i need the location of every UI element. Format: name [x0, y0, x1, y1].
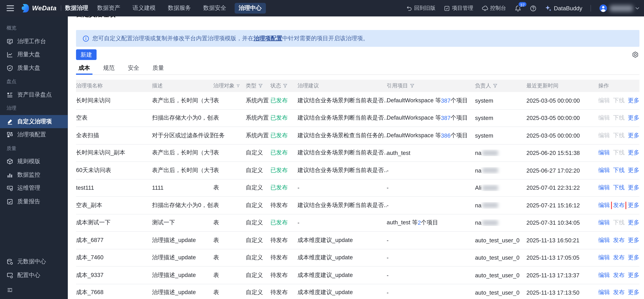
config-grid-icon — [7, 132, 13, 138]
filter-icon[interactable] — [283, 84, 288, 88]
sidebar-item-governance-workbench[interactable]: 治理工作台 — [0, 35, 68, 48]
ops-manage-icon — [7, 185, 13, 192]
cell-object: 表 — [213, 114, 246, 122]
ref-project-suffix: 个项目 — [450, 114, 468, 122]
project-management-link[interactable]: 项目管理 — [444, 4, 473, 12]
sidebar-item-asset-catalog[interactable]: 资产目录盘点 — [0, 88, 68, 102]
sidebar-item-config-center[interactable]: 配置中心 — [0, 268, 68, 282]
more-action-link[interactable]: 更多 — [628, 149, 640, 156]
edit-action-link[interactable]: 编辑 — [598, 219, 610, 226]
tab-standard[interactable]: 规范 — [103, 62, 115, 74]
ref-project-count-link[interactable]: 387 — [441, 115, 450, 121]
publish-action-link[interactable]: 发布 — [613, 289, 624, 296]
edit-action-link[interactable]: 编辑 — [598, 184, 610, 192]
sidebar-collapse-icon[interactable] — [0, 284, 68, 296]
filter-icon[interactable] — [258, 84, 263, 88]
back-to-old-version-label: 回到旧版 — [414, 4, 436, 12]
offline-action-link[interactable]: 下线 — [613, 167, 624, 174]
more-action-link[interactable]: 更多 — [628, 132, 640, 139]
tab-security[interactable]: 安全 — [127, 62, 140, 74]
menu-icon[interactable] — [7, 6, 14, 11]
new-button[interactable]: 新建 — [76, 49, 96, 60]
edit-action-link[interactable]: 编辑 — [598, 236, 610, 244]
publish-action-link[interactable]: 发布 — [613, 202, 624, 209]
owner-prefix: na — [475, 202, 482, 208]
cell-ref-project: DefaultWorkspace 等386个项目 — [387, 132, 475, 139]
ref-project-count-link[interactable]: 386 — [441, 132, 450, 139]
ref-project-count-link[interactable]: 387 — [441, 97, 450, 104]
ref-project-text: - — [387, 272, 389, 278]
more-action-link[interactable]: 更多 — [628, 184, 640, 192]
column-settings-gear-icon[interactable] — [632, 52, 639, 58]
nav-item-data-services[interactable]: 数据服务 — [164, 3, 195, 14]
help-icon[interactable] — [530, 5, 536, 12]
sidebar-item-quality-dashboard[interactable]: 质量大盘 — [0, 61, 68, 75]
nav-item-data-assets[interactable]: 数据资产 — [93, 3, 124, 14]
cell-owner: auto_test_user_0 — [475, 272, 526, 278]
edit-action-link[interactable]: 编辑 — [598, 149, 610, 156]
more-action-link[interactable]: 更多 — [628, 114, 640, 122]
sidebar-item-custom-governance-items[interactable]: 自定义治理项 — [0, 115, 68, 128]
sidebar-item-data-monitoring[interactable]: 数据监控 — [0, 168, 68, 182]
sidebar-item-ops-management[interactable]: 运维管理 — [0, 182, 68, 195]
edit-action-link[interactable]: 编辑 — [598, 167, 610, 174]
cell-actions: 编辑下线更多 — [598, 149, 640, 156]
sidebar-item-governance-item-config[interactable]: 治理项配置 — [0, 128, 68, 142]
console-label: 控制台 — [490, 4, 506, 12]
more-action-link[interactable]: 更多 — [628, 97, 640, 104]
console-link[interactable]: 控制台 — [482, 4, 506, 12]
user-menu[interactable] — [599, 4, 640, 12]
filter-icon[interactable] — [236, 84, 240, 88]
sidebar-item-rule-templates[interactable]: 规则模版 — [0, 155, 68, 168]
col-ref-project: 引用项目 — [387, 82, 475, 90]
edit-action-link[interactable]: 编辑 — [598, 202, 610, 209]
edit-action-link[interactable]: 编辑 — [598, 271, 610, 279]
tab-cost[interactable]: 成本 — [78, 62, 90, 74]
more-action-link[interactable]: 更多 — [628, 236, 640, 244]
publish-action-link[interactable]: 发布 — [613, 236, 624, 244]
more-action-link[interactable]: 更多 — [628, 271, 640, 279]
filter-icon[interactable] — [493, 84, 498, 88]
owner-name: system — [475, 97, 493, 104]
owner-name: auto_test_user_0 — [475, 272, 520, 278]
offline-action-link[interactable]: 下线 — [613, 184, 624, 192]
more-action-link[interactable]: 更多 — [628, 167, 640, 174]
ref-project-count-link[interactable]: 2 — [418, 220, 421, 226]
publish-action-link[interactable]: 发布 — [613, 271, 624, 279]
edit-action-link[interactable]: 编辑 — [598, 289, 610, 296]
nav-item-semantic-modeling[interactable]: 语义建模 — [128, 3, 160, 14]
sidebar-item-label: 资产目录盘点 — [17, 91, 52, 98]
back-to-old-version-link[interactable]: 回到旧版 — [406, 4, 436, 12]
config-center-icon — [7, 272, 13, 278]
sidebar-item-quality-report[interactable]: 质量报告 — [0, 195, 68, 208]
status-badge: 已发布 — [270, 219, 298, 226]
databuddy-assistant[interactable]: DataBuddy — [545, 5, 582, 12]
cell-owner: na — [475, 220, 526, 226]
sidebar-item-metadata-center[interactable]: 元数据中心 — [0, 255, 68, 268]
offline-action-link: 下线 — [613, 97, 624, 104]
cell-actions: 编辑发布更多 — [598, 236, 640, 244]
filter-icon[interactable] — [410, 84, 414, 88]
cell-actions: 编辑下线更多 — [598, 184, 640, 192]
edit-action-link[interactable]: 编辑 — [598, 254, 610, 262]
cell-object: 表 — [213, 97, 246, 104]
ref-project-text: - — [387, 167, 389, 174]
sidebar-item-label: 规则模版 — [17, 158, 40, 165]
sidebar-item-usage-dashboard[interactable]: 用量大盘 — [0, 48, 68, 61]
more-action-link[interactable]: 更多 — [628, 289, 640, 296]
more-action-link[interactable]: 更多 — [628, 254, 640, 262]
more-action-link[interactable]: 更多 — [628, 202, 640, 209]
nav-item-data-security[interactable]: 数据安全 — [199, 3, 230, 14]
sidebar-group-inventory: 盘点 — [0, 75, 68, 88]
publish-action-link[interactable]: 发布 — [613, 254, 624, 262]
banner-config-link[interactable]: 治理项配置 — [254, 35, 282, 42]
more-action-link[interactable]: 更多 — [628, 219, 640, 226]
cell-type: 自定义 — [246, 219, 270, 226]
info-icon — [82, 35, 89, 42]
cell-description: 扫描出存储大小为0，创建时间大... — [152, 114, 213, 122]
cell-suggestion: 建议结合业务场景判断当前表是否... — [298, 149, 387, 156]
cell-owner: na — [475, 167, 526, 174]
notifications-bell-icon[interactable]: 37 — [514, 5, 522, 12]
nav-item-governance-center[interactable]: 治理中心 — [234, 3, 266, 14]
tab-quality[interactable]: 质量 — [152, 62, 164, 74]
